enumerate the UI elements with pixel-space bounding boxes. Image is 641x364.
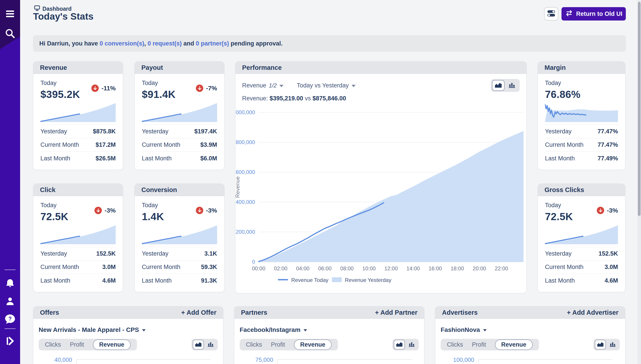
svg-text:16:00: 16:00 — [429, 266, 442, 272]
bar-chart-icon — [610, 342, 616, 348]
swap-arrows-icon — [565, 10, 573, 18]
tab-clicks[interactable]: Clicks — [447, 341, 463, 348]
compare-dropdown[interactable]: Today vs Yesterday — [297, 82, 356, 89]
line-chart-toggle-button[interactable] — [595, 340, 606, 350]
today-value: 1.4K — [142, 210, 164, 222]
add-partner-button[interactable]: + Add Partner — [375, 309, 417, 316]
chart-type-toggle — [491, 79, 520, 92]
sparkline — [545, 225, 618, 244]
svg-text:600,000: 600,000 — [236, 169, 255, 175]
bar-chart-toggle-button[interactable] — [506, 80, 518, 91]
line-chart-toggle-button[interactable] — [193, 340, 204, 350]
tab-profit[interactable]: Profit — [472, 341, 486, 348]
ui-toggle-button[interactable] — [544, 7, 558, 20]
requests-pending-link[interactable]: 0 request(s) — [148, 40, 182, 47]
bar-chart-icon — [208, 342, 214, 348]
bell-icon[interactable] — [0, 278, 20, 288]
stat-row: Last Month$6.0M — [142, 152, 217, 165]
partners-pending-link[interactable]: 0 partner(s) — [196, 40, 229, 47]
y-axis-tick: 40,000 — [39, 356, 76, 364]
svg-text:Revenue Yesterday: Revenue Yesterday — [345, 277, 391, 283]
stat-row: Current Month$17.2M — [41, 138, 116, 152]
svg-text:10:00: 10:00 — [362, 266, 376, 272]
svg-text:00:00: 00:00 — [252, 266, 265, 272]
search-icon[interactable] — [0, 28, 20, 39]
scrollbar-track[interactable] — [637, 0, 641, 364]
tab-profit[interactable]: Profit — [271, 341, 285, 348]
partners-section: Partners + Add Partner Facebook/Instagra… — [234, 306, 424, 364]
performance-card: Performance Revenue 1/2 Today vs Yesterd… — [235, 61, 527, 293]
stat-rows: Yesterday$197.4K Current Month$3.9M Last… — [142, 125, 217, 165]
svg-text:0: 0 — [252, 259, 255, 265]
partner-select-dropdown[interactable]: Facebook/Instagram — [240, 326, 419, 334]
stat-row: Last Month4.6M — [41, 274, 116, 287]
conversion-card: Conversion Today 1.4K -3% Yesterday3.1K … — [134, 184, 225, 292]
svg-text:800,000: 800,000 — [236, 139, 255, 145]
svg-text:Revenue: Revenue — [236, 176, 241, 198]
today-value: $395.2K — [41, 88, 80, 100]
svg-text:22:00: 22:00 — [495, 266, 508, 272]
add-offer-button[interactable]: + Add Offer — [181, 309, 217, 316]
sparkline — [41, 103, 116, 122]
expand-sidebar-icon[interactable] — [0, 336, 20, 346]
tab-revenue[interactable]: Revenue — [495, 340, 533, 350]
conversions-pending-link[interactable]: 0 conversion(s) — [100, 40, 144, 47]
svg-text:1,000,000: 1,000,000 — [236, 109, 255, 115]
bar-chart-toggle-button[interactable] — [607, 340, 618, 350]
section-title: Partners — [241, 309, 267, 316]
greeting-banner: Hi Darriun, you have 0 conversion(s), 0 … — [33, 35, 626, 52]
menu-icon[interactable] — [0, 10, 20, 18]
sparkline — [142, 103, 217, 122]
sidebar-divider — [5, 270, 16, 270]
y-axis-tick: 100,000 — [441, 356, 478, 364]
svg-text:?: ? — [9, 316, 12, 322]
stat-row: Last Month4.6M — [545, 274, 618, 287]
today-value: 72.5K — [545, 210, 573, 222]
today-value: $91.4K — [142, 88, 175, 100]
sparkline — [142, 225, 217, 244]
return-to-old-ui-button[interactable]: Return to Old UI — [561, 7, 626, 20]
stat-row: Yesterday77.47% — [545, 125, 618, 138]
tab-clicks[interactable]: Clicks — [45, 341, 61, 348]
help-icon[interactable]: ? — [0, 314, 20, 324]
line-chart-toggle-button[interactable] — [492, 80, 505, 91]
offer-select-dropdown[interactable]: New Arrivals - Male Apparel - CPS — [39, 326, 218, 334]
tab-profit[interactable]: Profit — [70, 341, 84, 348]
svg-text:200,000: 200,000 — [236, 229, 255, 235]
advertiser-select-dropdown[interactable]: FashionNova — [441, 326, 620, 334]
card-title: Performance — [236, 62, 526, 74]
card-title: Click — [33, 184, 123, 196]
metric-page-indicator: 1/2 — [269, 82, 277, 89]
line-chart-toggle-button[interactable] — [394, 340, 405, 350]
bar-chart-toggle-button[interactable] — [205, 340, 217, 350]
svg-text:06:00: 06:00 — [318, 266, 331, 272]
tab-revenue[interactable]: Revenue — [294, 340, 332, 350]
tab-revenue[interactable]: Revenue — [93, 340, 131, 350]
offers-chart: 40,000 — [39, 359, 218, 364]
bar-chart-toggle-button[interactable] — [406, 340, 417, 350]
dashboard-page: ? Dashboard Today's Stats Return to Old … — [0, 0, 641, 364]
stat-row: Yesterday152.5K — [41, 247, 116, 260]
metric-tabs: Clicks Profit Revenue — [441, 339, 539, 350]
page-title: Today's Stats — [33, 11, 94, 22]
svg-text:12:00: 12:00 — [384, 266, 398, 272]
today-value: 76.86% — [545, 88, 580, 100]
stat-row: Last Month77.49% — [545, 152, 618, 165]
chart-type-toggle — [593, 339, 620, 350]
scrollbar-thumb[interactable] — [638, 2, 640, 216]
svg-text:18:00: 18:00 — [451, 266, 464, 272]
down-arrow-icon — [196, 207, 203, 214]
add-advertiser-button[interactable]: + Add Advertiser — [567, 309, 618, 316]
advertisers-chart: 100,000 — [441, 359, 620, 364]
line-chart-icon — [597, 342, 604, 348]
metric-dropdown[interactable]: Revenue 1/2 — [242, 82, 283, 89]
stat-rows: Yesterday77.47% Current Month77.47% Last… — [545, 125, 618, 165]
tab-clicks[interactable]: Clicks — [246, 341, 262, 348]
greeting-prefix: Hi Darriun, you have — [39, 40, 100, 47]
change-badge: -11% — [91, 84, 116, 92]
user-icon[interactable] — [0, 296, 20, 306]
partners-chart: 75,000 — [240, 359, 419, 364]
section-title: Advertisers — [442, 309, 478, 316]
today-label: Today — [41, 202, 68, 209]
svg-text:08:00: 08:00 — [340, 266, 354, 272]
